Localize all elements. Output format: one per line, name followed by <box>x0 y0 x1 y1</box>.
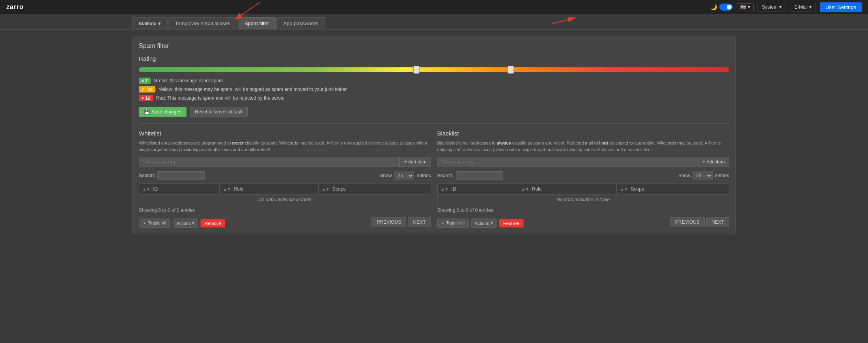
app-logo: zarro <box>6 4 24 11</box>
language-selector[interactable]: 🇬🇧 ▾ <box>737 3 754 11</box>
blacklist-add-row: + Add item <box>437 157 730 167</box>
rating-green-text: Green: this message is not spam <box>154 78 223 83</box>
blacklist-pagination-btns: PREVIOUS NEXT <box>670 217 729 227</box>
topbar: zarro 🌙 🇬🇧 ▾ System ▾ E-Mail ▾ User Sett… <box>0 0 868 14</box>
blacklist-no-data-row: No data available in table <box>437 195 729 205</box>
main-content: Spam filter Rating < 7 Green: this messa… <box>0 30 868 241</box>
whitelist-entries-select[interactable]: 10 25 50 100 <box>394 171 414 180</box>
slider-thumb-1[interactable] <box>413 66 420 74</box>
whitelist-prev-button[interactable]: PREVIOUS <box>371 217 406 227</box>
toggle-switch[interactable] <box>719 4 733 11</box>
slider-thumb-2[interactable] <box>508 66 514 74</box>
blacklist-remove-button[interactable]: Remove <box>499 219 524 228</box>
whitelist-add-row: + Add item <box>139 157 431 167</box>
reset-to-default-button[interactable]: Reset to server default <box>190 107 248 117</box>
whitelist-description: Whitelisted email addresses are programm… <box>139 140 431 153</box>
tab-mailbox-label: Mailbox <box>139 20 157 26</box>
blacklist-search-label: Search: <box>437 171 503 180</box>
tab-spam-filter-label: Spam filter <box>245 20 269 26</box>
blacklist-show-entries: Show 10 25 50 100 entries <box>678 171 729 180</box>
sort-arrows-scope: ▲▼ <box>322 187 330 191</box>
tab-temporary-email-aliases-label: Temporary email aliases <box>175 20 230 26</box>
whitelist-pagination-btns: PREVIOUS NEXT <box>371 217 431 227</box>
rating-title: Rating <box>139 55 729 62</box>
rating-slider-track <box>139 67 729 72</box>
whitelist-next-button[interactable]: NEXT <box>408 217 431 227</box>
blacklist-add-button[interactable]: + Add item <box>698 157 729 167</box>
whitelist-add-button[interactable]: + Add item <box>399 157 431 167</box>
whitelist-col-scope[interactable]: ▲▼ Scope <box>318 184 431 195</box>
whitelist-search-row: Search: Show 10 25 50 100 entries <box>139 171 431 180</box>
whitelist-show-entries: Show 10 25 50 100 entries <box>380 171 431 180</box>
rating-action-buttons: 💾 Save changes Reset to server default <box>139 107 729 117</box>
bl-sort-arrows-rule: ▲▼ <box>521 187 529 191</box>
whitelist-input[interactable] <box>139 157 399 167</box>
blacklist-prev-button[interactable]: PREVIOUS <box>670 217 705 227</box>
blacklist-entries-select[interactable]: 10 25 50 100 <box>693 171 713 180</box>
whitelist-search-label: Search: <box>139 171 205 180</box>
save-icon: 💾 <box>144 109 150 115</box>
rating-red-text: Red: This message is spam and will be re… <box>156 95 285 101</box>
rating-label-yellow: 7 - 12 Yellow: this message may be spam,… <box>139 86 729 93</box>
blacklist-next-button[interactable]: NEXT <box>706 217 729 227</box>
whitelist-showing: Showing 0 to 0 of 0 entries <box>139 208 431 213</box>
wl-bl-container: Whitelist Whitelisted email addresses ar… <box>139 130 729 228</box>
system-menu-btn[interactable]: System ▾ <box>758 3 786 11</box>
blacklist-col-id[interactable]: ▲▼ ID <box>437 184 518 195</box>
email-menu-btn[interactable]: E-Mail ▾ <box>790 3 816 11</box>
whitelist-no-data: No data available in table <box>139 195 431 205</box>
whitelist-bulk-actions: ✓ Toggle all Actions ▾ Remove <box>139 219 225 228</box>
rating-yellow-text: Yellow: this message may be spam, will b… <box>159 87 347 92</box>
blacklist-title: Blacklist <box>437 130 730 137</box>
blacklist-col-scope[interactable]: ▲▼ Scope <box>617 184 729 195</box>
blacklist-toggle-all-button[interactable]: ✓ Toggle all <box>437 219 469 228</box>
blacklist-description: Blacklisted email addresses to always cl… <box>437 140 730 153</box>
badge-green: < 7 <box>139 78 151 84</box>
tab-app-passwords[interactable]: App passwords <box>276 17 325 29</box>
blacklist-input[interactable] <box>437 157 698 167</box>
whitelist-pagination-row: ✓ Toggle all Actions ▾ Remove PREVIOUS N… <box>139 216 431 228</box>
flag-caret: ▾ <box>748 4 750 10</box>
whitelist-toggle-all-button[interactable]: ✓ Toggle all <box>139 219 170 228</box>
tab-mailbox[interactable]: Mailbox ▾ <box>132 17 168 29</box>
whitelist-col-id[interactable]: ▲▼ ID <box>139 184 220 195</box>
save-changes-button[interactable]: 💾 Save changes <box>139 107 187 117</box>
bl-sort-arrows-id: ▲▼ <box>441 187 449 191</box>
divider <box>139 123 729 124</box>
whitelist-no-data-row: No data available in table <box>139 195 431 205</box>
whitelist-actions-button[interactable]: Actions ▾ <box>173 219 198 228</box>
tab-app-passwords-label: App passwords <box>283 20 318 26</box>
badge-red: > 12 <box>139 95 153 101</box>
spam-filter-panel: Spam filter Rating < 7 Green: this messa… <box>132 36 736 234</box>
rating-section: Rating < 7 Green: this message is not sp… <box>139 55 729 117</box>
blacklist-pagination-row: ✓ Toggle all Actions ▾ Remove PREVIOUS N… <box>437 216 730 228</box>
sort-arrows-id: ▲▼ <box>142 187 150 191</box>
mailbox-caret: ▾ <box>158 20 161 26</box>
whitelist-search-input[interactable] <box>157 171 205 180</box>
whitelist-remove-button[interactable]: Remove <box>200 219 225 228</box>
badge-yellow: 7 - 12 <box>139 86 155 93</box>
blacklist-col-rule[interactable]: ▲▼ Rule <box>518 184 617 195</box>
blacklist-showing: Showing 0 to 0 of 0 entries <box>437 208 730 213</box>
blacklist-actions-button[interactable]: Actions ▾ <box>471 219 497 228</box>
blacklist-bulk-actions: ✓ Toggle all Actions ▾ Remove <box>437 219 524 228</box>
blacklist-section: Blacklist Blacklisted email addresses to… <box>437 130 730 228</box>
tab-spam-filter[interactable]: Spam filter <box>238 17 276 29</box>
flag-icon: 🇬🇧 <box>740 4 746 10</box>
panel-title: Spam filter <box>139 43 729 50</box>
blacklist-search-row: Search: Show 10 25 50 100 entries <box>437 171 730 180</box>
tab-temporary-email-aliases[interactable]: Temporary email aliases <box>168 17 237 29</box>
moon-icon: 🌙 <box>710 4 717 10</box>
blacklist-table: ▲▼ ID ▲▼ Rule ▲▼ Scope <box>437 184 730 205</box>
bl-sort-arrows-scope: ▲▼ <box>620 187 628 191</box>
rating-labels: < 7 Green: this message is not spam 7 - … <box>139 78 729 101</box>
blacklist-search-input[interactable] <box>456 171 503 180</box>
whitelist-table: ▲▼ ID ▲▼ Rule ▲▼ Scope <box>139 184 431 205</box>
rating-slider-container <box>139 66 729 74</box>
rating-label-red: > 12 Red: This message is spam and will … <box>139 95 729 101</box>
whitelist-col-rule[interactable]: ▲▼ Rule <box>220 184 319 195</box>
dark-mode-toggle[interactable]: 🌙 <box>710 4 733 11</box>
rating-label-green: < 7 Green: this message is not spam <box>139 78 729 84</box>
user-settings-button[interactable]: User Settings <box>820 2 862 12</box>
tabbar: Mailbox ▾ Temporary email aliases Spam f… <box>0 14 868 30</box>
